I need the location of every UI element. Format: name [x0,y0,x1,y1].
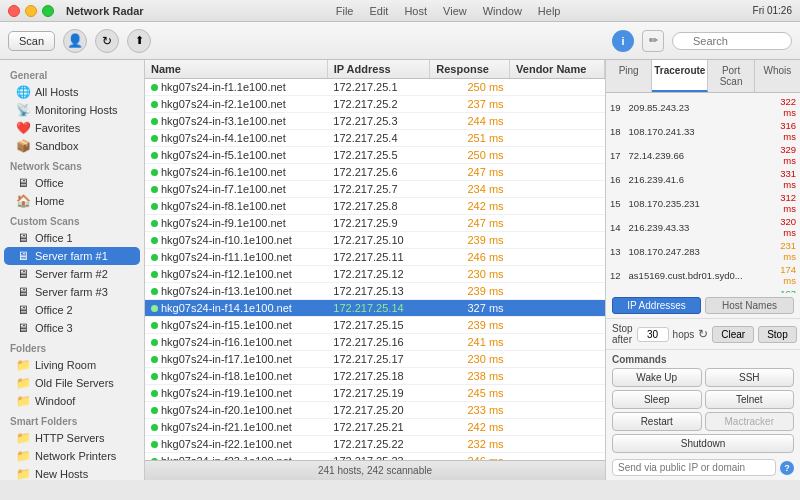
sidebar-item-server-farm-2[interactable]: 🖥Server farm #2 [4,265,140,283]
search-wrapper: 🔍 [672,32,792,50]
sidebar-item-home[interactable]: 🏠Home [4,192,140,210]
table-row[interactable]: hkg07s24-in-f23.1e100.net172.217.25.2324… [145,453,605,461]
wake-up-button[interactable]: Wake Up [612,368,702,387]
share-button[interactable]: ⬆ [127,29,151,53]
table-row[interactable]: hkg07s24-in-f12.1e100.net172.217.25.1223… [145,266,605,283]
table-row[interactable]: hkg07s24-in-f19.1e100.net172.217.25.1924… [145,385,605,402]
table-row[interactable]: hkg07s24-in-f21.1e100.net172.217.25.2124… [145,419,605,436]
table-row[interactable]: hkg07s24-in-f14.1e100.net172.217.25.1432… [145,300,605,317]
menu-file[interactable]: File [336,5,354,17]
sidebar-item-office[interactable]: 🖥Office [4,174,140,192]
content-area: Name IP Address Response Vendor Name hkg… [145,60,605,480]
sidebar-item-office3[interactable]: 🖥Office 3 [4,319,140,337]
clear-button[interactable]: Clear [712,326,754,343]
traceroute-row: 1772.14.239.66329 ms [606,143,800,167]
sidebar-item-all-hosts[interactable]: 🌐All Hosts [4,83,140,101]
status-dot [151,84,158,91]
table-row[interactable]: hkg07s24-in-f6.1e100.net172.217.25.6247 … [145,164,605,181]
sidebar-label-office3: Office 3 [35,322,73,334]
mactracker-button: Mactracker [705,412,795,431]
address-toggle-row: IP Addresses Host Names [606,293,800,319]
table-row[interactable]: hkg07s24-in-f20.1e100.net172.217.25.2023… [145,402,605,419]
table-row[interactable]: hkg07s24-in-f7.1e100.net172.217.25.7234 … [145,181,605,198]
table-row[interactable]: hkg07s24-in-f10.1e100.net172.217.25.1023… [145,232,605,249]
table-row[interactable]: hkg07s24-in-f4.1e100.net172.217.25.4251 … [145,130,605,147]
sidebar-icon-old-file-servers: 📁 [16,376,30,390]
clock: Fri 01:26 [753,5,792,16]
menu-host[interactable]: Host [404,5,427,17]
table-row[interactable]: hkg07s24-in-f3.1e100.net172.217.25.3244 … [145,113,605,130]
sidebar-label-all-hosts: All Hosts [35,86,78,98]
sidebar-item-network-printers[interactable]: 📁Network Printers [4,447,140,465]
table-row[interactable]: hkg07s24-in-f16.1e100.net172.217.25.1624… [145,334,605,351]
table-row[interactable]: hkg07s24-in-f11.1e100.net172.217.25.1124… [145,249,605,266]
sidebar-item-office2[interactable]: 🖥Office 2 [4,301,140,319]
table-row[interactable]: hkg07s24-in-f8.1e100.net172.217.25.8242 … [145,198,605,215]
minimize-button[interactable] [25,5,37,17]
table-row[interactable]: hkg07s24-in-f18.1e100.net172.217.25.1823… [145,368,605,385]
sidebar-section-header-smart-folders: Smart Folders [0,410,144,429]
menu-view[interactable]: View [443,5,467,17]
col-ip[interactable]: IP Address [327,60,430,79]
telnet-button[interactable]: Telnet [705,390,795,409]
tab-whois[interactable]: Whois [755,60,800,92]
send-input[interactable] [612,459,776,476]
add-icon-button[interactable]: 👤 [63,29,87,53]
reload-icon[interactable]: ↻ [698,327,708,341]
sidebar-item-http-servers[interactable]: 📁HTTP Servers [4,429,140,447]
sidebar-icon-new-hosts: 📁 [16,467,30,480]
stop-button[interactable]: Stop [758,326,797,343]
status-dot [151,339,158,346]
col-vendor[interactable]: Vendor Name [510,60,605,79]
table-row[interactable]: hkg07s24-in-f13.1e100.net172.217.25.1323… [145,283,605,300]
sidebar-item-sandbox[interactable]: 📦Sandbox [4,137,140,155]
refresh-button[interactable]: ↻ [95,29,119,53]
status-dot [151,186,158,193]
sidebar-item-windoof[interactable]: 📁Windoof [4,392,140,410]
sidebar-label-living-room: Living Room [35,359,96,371]
host-names-button[interactable]: Host Names [705,297,794,314]
sleep-button[interactable]: Sleep [612,390,702,409]
sidebar-item-living-room[interactable]: 📁Living Room [4,356,140,374]
tab-port-scan[interactable]: Port Scan [708,60,754,92]
scan-button[interactable]: Scan [8,31,55,51]
status-dot [151,169,158,176]
table-row[interactable]: hkg07s24-in-f9.1e100.net172.217.25.9247 … [145,215,605,232]
tab-traceroute[interactable]: Traceroute [652,60,708,92]
tab-ping[interactable]: Ping [606,60,652,92]
sidebar-item-favorites[interactable]: ❤️Favorites [4,119,140,137]
col-name[interactable]: Name [145,60,327,79]
sidebar-item-server-farm-3[interactable]: 🖥Server farm #3 [4,283,140,301]
ssh-button[interactable]: SSH [705,368,795,387]
table-row[interactable]: hkg07s24-in-f17.1e100.net172.217.25.1723… [145,351,605,368]
ip-addresses-button[interactable]: IP Addresses [612,297,701,314]
sidebar-section-header-network-scans: Network Scans [0,155,144,174]
sidebar-item-new-hosts[interactable]: 📁New Hosts [4,465,140,480]
menu-window[interactable]: Window [483,5,522,17]
table-row[interactable]: hkg07s24-in-f2.1e100.net172.217.25.2237 … [145,96,605,113]
table-row[interactable]: hkg07s24-in-f15.1e100.net172.217.25.1523… [145,317,605,334]
sidebar-item-monitoring-hosts[interactable]: 📡Monitoring Hosts [4,101,140,119]
help-icon[interactable]: ? [780,461,794,475]
info-button[interactable]: i [612,30,634,52]
restart-button[interactable]: Restart [612,412,702,431]
sidebar-item-old-file-servers[interactable]: 📁Old File Servers [4,374,140,392]
close-button[interactable] [8,5,20,17]
col-response[interactable]: Response [430,60,510,79]
maximize-button[interactable] [42,5,54,17]
search-input[interactable] [672,32,792,50]
shutdown-button[interactable]: Shutdown [612,434,794,453]
table-row[interactable]: hkg07s24-in-f1.1e100.net172.217.25.1250 … [145,79,605,96]
menu-help[interactable]: Help [538,5,561,17]
menu-edit[interactable]: Edit [369,5,388,17]
traceroute-row: 19209.85.243.23322 ms [606,95,800,119]
sidebar-icon-server-farm-3: 🖥 [16,285,30,299]
table-row[interactable]: hkg07s24-in-f22.1e100.net172.217.25.2223… [145,436,605,453]
table-row[interactable]: hkg07s24-in-f5.1e100.net172.217.25.5250 … [145,147,605,164]
status-dot [151,254,158,261]
stop-after-input[interactable] [637,327,669,342]
sidebar-item-server-farm-1[interactable]: 🖥Server farm #1 [4,247,140,265]
edit-button[interactable]: ✏ [642,30,664,52]
sidebar-section-header-custom-scans: Custom Scans [0,210,144,229]
sidebar-item-office1[interactable]: 🖥Office 1 [4,229,140,247]
